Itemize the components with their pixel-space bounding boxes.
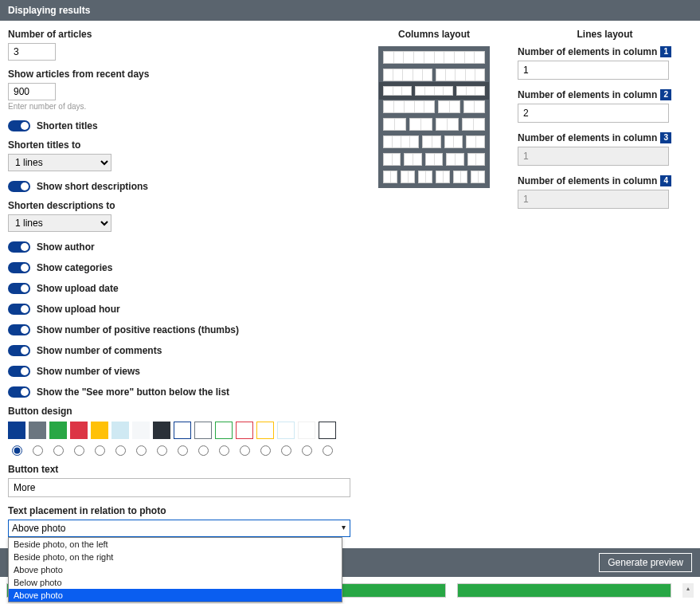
color-swatch-1[interactable] [29,422,46,439]
placement-option-4[interactable]: Above photo [9,589,342,602]
elements-in-column-input-3 [518,147,669,166]
placement-option-1[interactable]: Beside photo, on the right [9,551,342,563]
scrollbar[interactable]: ▴ [682,583,694,598]
column-badge-1: 1 [660,46,671,57]
recent-days-input[interactable] [8,83,56,100]
toggle-label-7: Show the "See more" button below the lis… [37,386,229,398]
color-radio-14[interactable] [302,445,312,456]
color-swatch-2[interactable] [49,422,67,439]
button-text-label: Button text [8,464,350,475]
recent-days-label: Show articles from recent days [8,69,350,80]
color-radio-10[interactable] [219,445,229,456]
color-swatch-3[interactable] [70,422,88,439]
toggle-label-1: Show categories [37,262,112,273]
layout-option-3[interactable] [383,100,485,113]
color-radio-5[interactable] [115,445,126,456]
color-swatch-5[interactable] [111,422,129,439]
elements-in-column-label-1: Number of elements in column 1 [518,46,692,57]
toggle-6[interactable] [8,366,30,377]
toggle-label-0: Show author [37,241,95,253]
color-swatch-12[interactable] [256,422,274,439]
shorten-titles-label: Shorten titles [37,120,98,131]
layout-option-4[interactable] [383,118,485,131]
layout-option-0[interactable] [383,51,485,64]
left-column: Number of articles Show articles from re… [8,29,350,537]
color-swatch-15[interactable] [319,422,336,439]
button-design-label: Button design [8,406,350,417]
content-area: Number of articles Show articles from re… [0,21,700,545]
num-articles-input[interactable] [8,43,56,61]
preview-card [457,583,671,598]
elements-in-column-label-3: Number of elements in column 3 [518,132,692,143]
color-radio-0[interactable] [12,445,22,456]
panel-header: Displaying results [0,0,700,21]
elements-in-column-label-2: Number of elements in column 2 [518,89,692,100]
shorten-desc-to-select[interactable]: 1 lines [8,214,111,232]
color-radio-15[interactable] [323,445,333,456]
color-swatch-13[interactable] [277,422,295,439]
toggle-label-6: Show number of views [37,366,140,377]
swatch-radio-row [8,445,350,456]
toggle-1[interactable] [8,262,30,273]
color-radio-3[interactable] [74,445,84,456]
color-radio-1[interactable] [33,445,43,456]
middle-column: Columns layout [366,29,502,537]
toggle-4[interactable] [8,324,30,335]
color-radio-8[interactable] [178,445,188,456]
color-swatch-14[interactable] [298,422,315,439]
color-swatch-6[interactable] [132,422,150,439]
toggle-label-4: Show number of positive reactions (thumb… [37,324,239,335]
shorten-titles-toggle[interactable] [8,120,30,131]
color-radio-2[interactable] [53,445,64,456]
layout-option-7[interactable] [383,171,485,183]
shorten-desc-to-label: Shorten descriptions to [8,200,350,211]
color-radio-7[interactable] [157,445,167,456]
placement-option-3[interactable]: Below photo [9,576,342,589]
color-radio-13[interactable] [281,445,291,456]
button-text-input[interactable] [8,478,350,497]
color-swatch-10[interactable] [215,422,233,439]
toggle-label-2: Show upload date [37,283,119,294]
columns-layout-heading: Columns layout [398,29,470,40]
layout-option-2[interactable] [381,84,487,97]
recent-days-hint: Enter number of days. [8,102,350,111]
column-badge-2: 2 [660,89,671,100]
placement-option-2[interactable]: Above photo [9,563,342,576]
color-swatch-4[interactable] [91,422,108,439]
elements-in-column-input-4 [518,190,669,209]
scroll-up-icon: ▴ [686,583,690,594]
color-swatch-0[interactable] [8,422,25,439]
short-desc-toggle[interactable] [8,181,30,192]
color-radio-12[interactable] [260,445,271,456]
color-radio-9[interactable] [198,445,209,456]
color-radio-11[interactable] [240,445,250,456]
color-radio-4[interactable] [95,445,105,456]
swatch-row [8,422,350,439]
column-badge-3: 3 [660,132,671,143]
toggle-label-3: Show upload hour [37,304,120,315]
column-badge-4: 4 [660,175,671,186]
layout-option-6[interactable] [383,153,485,166]
toggle-3[interactable] [8,304,30,315]
color-radio-6[interactable] [136,445,147,456]
toggle-5[interactable] [8,345,30,356]
num-articles-label: Number of articles [8,29,350,40]
toggle-7[interactable] [8,386,30,398]
lines-layout-heading: Lines layout [518,29,692,40]
right-column: Lines layout Number of elements in colum… [518,29,692,537]
color-swatch-11[interactable] [236,422,253,439]
panel-title: Displaying results [8,5,90,16]
toggle-2[interactable] [8,283,30,294]
color-swatch-7[interactable] [153,422,170,439]
layout-option-1[interactable] [383,69,485,81]
generate-preview-button[interactable]: Generate preview [599,553,692,572]
elements-in-column-input-2[interactable] [518,104,669,123]
layout-option-5[interactable] [383,135,485,148]
shorten-titles-to-select[interactable]: 1 lines [8,154,111,171]
color-swatch-8[interactable] [174,422,191,439]
toggle-0[interactable] [8,241,30,253]
placement-option-0[interactable]: Beside photo, on the left [9,538,342,551]
elements-in-column-input-1[interactable] [518,61,669,80]
placement-select[interactable] [8,520,350,537]
color-swatch-9[interactable] [194,422,212,439]
